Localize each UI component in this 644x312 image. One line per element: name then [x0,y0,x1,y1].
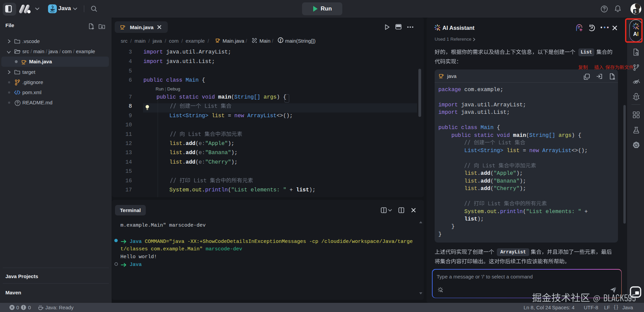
svg-text:5: 5 [634,9,636,14]
svg-text:f: f [280,38,282,43]
